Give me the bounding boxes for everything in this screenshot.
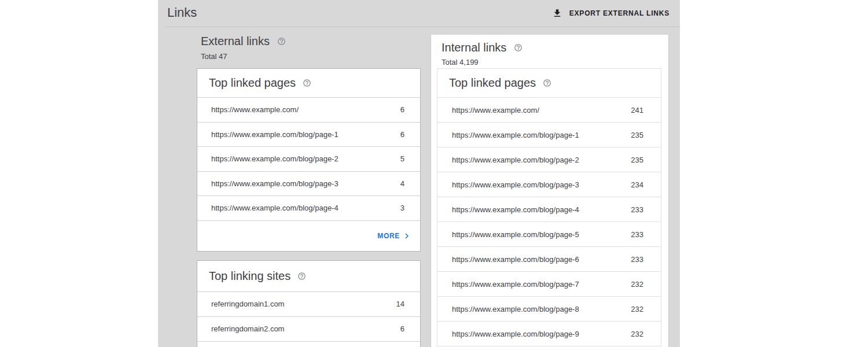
linked-page-url: https://www.example.com/blog/page-4 [452, 205, 579, 214]
external-top-linking-sites-card: Top linking sites referringdomain1.com 1… [197, 260, 421, 347]
link-count: 5 [393, 154, 404, 163]
external-links-title: External links [201, 35, 270, 48]
linked-page-url: https://www.example.com/blog/page-3 [452, 180, 579, 189]
external-top-linked-pages-card: Top linked pages https://www.example.com… [197, 68, 421, 252]
linking-site-domain: referringdomain2.com [211, 324, 284, 333]
help-icon-glyph [543, 79, 551, 87]
card-header: Top linking sites [197, 261, 420, 292]
linked-page-url: https://www.example.com/ [452, 106, 539, 115]
table-row[interactable]: https://www.example.com/blog/page-4 233 [437, 197, 661, 222]
card-header: Top linked pages [197, 69, 420, 98]
link-count: 233 [624, 205, 643, 214]
external-links-total: Total 47 [201, 52, 421, 61]
help-icon-glyph [297, 272, 306, 280]
chevron-right-icon [402, 231, 412, 241]
table-row[interactable]: https://www.example.com/blog/page-2 5 [197, 147, 420, 172]
link-count: 14 [389, 300, 404, 308]
linked-page-url: https://www.example.com/blog/page-7 [452, 280, 579, 289]
linked-page-url: https://www.example.com/blog/page-2 [452, 156, 579, 164]
card-title: Top linking sites [209, 270, 290, 283]
help-icon[interactable] [277, 37, 286, 46]
card-header: Top linked pages [437, 69, 661, 98]
external-top-linked-pages-table: https://www.example.com/ 6 https://www.e… [197, 98, 420, 221]
linked-page-url: https://www.example.com/blog/page-4 [211, 204, 339, 212]
link-count: 233 [624, 255, 643, 264]
card-title: Top linked pages [449, 76, 536, 90]
help-icon-glyph [514, 43, 523, 52]
link-count: 6 [393, 130, 404, 139]
table-row[interactable]: https://www.example.com/blog/page-7 232 [437, 272, 661, 297]
table-row[interactable]: https://www.example.com/blog/page-8 232 [437, 297, 661, 322]
linked-page-url: https://www.example.com/blog/page-3 [211, 179, 339, 188]
internal-top-linked-pages-card: Top linked pages https://www.example.com… [437, 68, 661, 347]
link-count: 232 [624, 305, 643, 313]
linking-site-domain: referringdomain1.com [211, 300, 284, 308]
link-count: 6 [393, 324, 404, 333]
table-row[interactable]: https://www.example.com/blog/page-1 6 [197, 123, 420, 147]
linked-page-url: https://www.example.com/blog/page-9 [452, 330, 579, 338]
link-count: 4 [393, 179, 404, 188]
table-row[interactable]: https://www.example.com/blog/page-3 234 [437, 172, 661, 197]
link-count: 233 [624, 230, 643, 239]
linked-page-url: https://www.example.com/blog/page-2 [211, 154, 339, 163]
link-count: 234 [624, 180, 643, 189]
more-button[interactable]: MORE [197, 221, 420, 251]
help-icon[interactable] [543, 79, 551, 87]
linked-page-url: https://www.example.com/blog/page-6 [452, 255, 579, 264]
page-header: Links EXPORT EXTERNAL LINKS [158, 0, 680, 27]
export-external-links-button[interactable]: EXPORT EXTERNAL LINKS [549, 3, 673, 24]
card-title: Top linked pages [209, 76, 296, 90]
table-row[interactable]: https://www.example.com/blog/page-9 232 [437, 322, 661, 346]
help-icon[interactable] [303, 79, 311, 87]
page-title: Links [167, 5, 197, 20]
link-count: 3 [393, 204, 404, 212]
download-icon [552, 8, 562, 19]
linked-page-url: https://www.example.com/blog/page-1 [452, 131, 579, 139]
table-row[interactable]: https://www.example.com/blog/page-5 233 [437, 222, 661, 247]
external-links-section: External links Total 47 Top linked pages… [197, 35, 421, 347]
internal-links-title: Internal links [442, 41, 506, 54]
linked-page-url: https://www.example.com/ [211, 105, 299, 114]
help-icon-glyph [277, 37, 286, 46]
internal-links-section: Internal links Total 4,199 Top linked pa… [431, 35, 668, 347]
link-count: 6 [393, 105, 404, 114]
links-report-page: Links EXPORT EXTERNAL LINKS External lin… [158, 0, 680, 347]
link-count: 235 [624, 131, 643, 139]
more-button-label: MORE [377, 232, 400, 240]
link-count: 232 [624, 280, 643, 289]
table-row[interactable]: referringdomain2.com 6 [197, 317, 420, 342]
export-button-label: EXPORT EXTERNAL LINKS [569, 9, 670, 17]
internal-top-linked-pages-table: https://www.example.com/ 241 https://www… [437, 98, 661, 346]
internal-links-total: Total 4,199 [442, 58, 668, 67]
internal-links-header: Internal links Total 4,199 [431, 35, 668, 68]
link-count: 235 [624, 156, 643, 164]
linked-page-url: https://www.example.com/blog/page-5 [452, 230, 579, 239]
table-row[interactable]: https://www.example.com/blog/page-4 3 [197, 196, 420, 221]
linked-page-url: https://www.example.com/blog/page-8 [452, 305, 579, 313]
link-count: 241 [624, 106, 643, 115]
table-row[interactable]: https://www.example.com/blog/page-2 235 [437, 147, 661, 172]
help-icon[interactable] [297, 272, 306, 280]
header-divider [165, 27, 680, 27]
table-row[interactable]: referringdomain1.com 14 [197, 292, 420, 317]
external-links-header: External links Total 47 [197, 35, 421, 68]
table-row[interactable]: https://www.example.com/blog/page-6 233 [437, 247, 661, 272]
linked-page-url: https://www.example.com/blog/page-1 [211, 130, 339, 139]
table-row[interactable]: https://www.example.com/ 6 [197, 98, 420, 123]
table-row[interactable]: https://www.example.com/ 241 [437, 98, 661, 123]
external-top-linking-sites-table: referringdomain1.com 14 referringdomain2… [197, 292, 420, 342]
help-icon[interactable] [514, 43, 523, 52]
table-row[interactable]: https://www.example.com/blog/page-3 4 [197, 172, 420, 197]
help-icon-glyph [303, 79, 311, 87]
link-count: 232 [624, 330, 643, 338]
table-row[interactable]: https://www.example.com/blog/page-1 235 [437, 123, 661, 147]
